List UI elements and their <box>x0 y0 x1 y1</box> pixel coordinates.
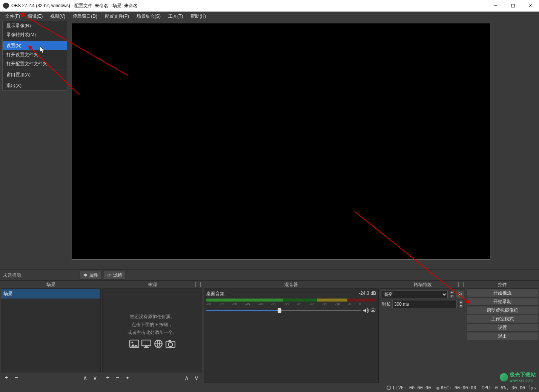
mixer-track: 桌面音频 -24.3 dB -60-55-50-45-40-35-30-25-2… <box>204 289 378 316</box>
start-record-button[interactable]: 开始录制 <box>467 297 538 306</box>
file-menu-exit[interactable]: 退出(X) <box>3 81 67 90</box>
mixer-header: 混音器 <box>284 282 298 288</box>
duration-input[interactable] <box>392 300 457 308</box>
preview-canvas[interactable] <box>72 23 490 260</box>
file-menu-open-profile-folder[interactable]: 打开配置文件文件夹 <box>3 59 67 68</box>
cursor-icon <box>40 46 45 54</box>
popout-icon[interactable] <box>372 282 377 287</box>
exit-button[interactable]: 退出 <box>467 332 538 340</box>
transitions-header: 转场特效 <box>414 282 432 288</box>
file-menu-always-on-top[interactable]: 窗口置顶(A) <box>3 70 67 79</box>
transition-settings-button[interactable] <box>456 291 464 298</box>
duration-label: 时长 <box>382 301 391 308</box>
title-bar: OBS 27.2.4 (32-bit, windows) - 配置文件: 未命名… <box>0 0 539 12</box>
image-icon <box>129 340 139 348</box>
controls-header: 控件 <box>498 282 507 288</box>
file-menu-remux[interactable]: 录像转封装(M) <box>3 30 67 39</box>
window-title: OBS 27.2.4 (32-bit, windows) - 配置文件: 未命名… <box>11 3 487 9</box>
properties-button[interactable]: 属性 <box>80 271 101 280</box>
source-properties-button[interactable] <box>124 374 131 381</box>
menu-file[interactable]: 文件(F) <box>2 12 24 20</box>
start-stream-button[interactable]: 开始推流 <box>467 289 538 297</box>
mixer-track-db: -24.3 dB <box>359 291 376 297</box>
properties-label: 属性 <box>89 272 98 279</box>
mixer-track-name: 桌面音频 <box>206 291 224 297</box>
source-toolbar: 未选择源 属性 滤镜 <box>0 270 539 281</box>
menu-bar: 文件(F) 编辑(E) 视图(V) 停靠窗口(D) 配置文件(P) 场景集合(S… <box>0 12 539 21</box>
transition-select[interactable]: 渐变 <box>382 291 448 298</box>
rec-indicator-icon <box>436 387 439 390</box>
speaker-icon[interactable] <box>362 308 369 314</box>
menu-tools[interactable]: 工具(T) <box>164 12 187 20</box>
duration-spin[interactable]: ▲▼ <box>458 300 464 308</box>
file-menu-open-settings-folder[interactable]: 打开设置文件夹 <box>3 50 67 59</box>
status-rec: REC: 00:00:00 <box>436 386 476 390</box>
svg-point-15 <box>372 310 374 311</box>
remove-scene-button[interactable]: − <box>13 374 20 381</box>
menu-profile[interactable]: 配置文件(P) <box>101 12 133 20</box>
svg-rect-8 <box>142 340 151 346</box>
move-scene-up-button[interactable]: ∧ <box>82 374 89 381</box>
sources-empty-l1: 您还没有添加任何源。 <box>130 314 175 320</box>
svg-rect-13 <box>168 340 171 341</box>
gear-icon[interactable] <box>370 308 376 314</box>
scenes-list[interactable]: 场景 <box>1 289 101 372</box>
popout-icon[interactable] <box>195 282 201 287</box>
settings-button[interactable]: 设置 <box>467 323 538 332</box>
minimize-button[interactable] <box>487 0 504 11</box>
volume-slider[interactable] <box>206 307 376 314</box>
close-button[interactable] <box>522 0 539 11</box>
sources-empty-l2: 点击下面的 + 按钮， <box>132 322 173 328</box>
svg-rect-10 <box>144 347 149 348</box>
remove-source-button[interactable]: − <box>114 374 121 381</box>
svg-point-7 <box>131 341 133 343</box>
meter-ticks: -60-55-50-45-40-35-30-25-20-15-10-50 <box>206 302 376 306</box>
menu-separator <box>3 69 67 69</box>
svg-point-14 <box>168 342 172 346</box>
file-dropdown: 显示录像(R) 录像转封装(M) 设置(S) 打开设置文件夹 打开配置文件文件夹… <box>2 21 67 90</box>
move-source-down-button[interactable]: ∨ <box>193 374 200 381</box>
popout-icon[interactable] <box>94 282 99 287</box>
sources-empty-l3: 或者右击此处添加一个。 <box>127 329 177 336</box>
file-menu-show-recordings[interactable]: 显示录像(R) <box>3 21 67 30</box>
no-source-label: 未选择源 <box>0 272 24 279</box>
transition-spin[interactable]: ▲▼ <box>449 290 455 299</box>
controls-panel: 控件 开始推流 开始录制 启动虚拟摄像机 工作室模式 设置 退出 <box>467 281 538 383</box>
mixer-panel: 混音器 桌面音频 -24.3 dB -60-55-50-45-40-35-30-… <box>204 281 379 383</box>
sources-panel: 来源 您还没有添加任何源。 点击下面的 + 按钮， 或者右击此处添加一个。 + … <box>102 281 202 383</box>
menu-scene-collection[interactable]: 场景集合(S) <box>133 12 164 20</box>
status-bar: LIVE: 00:00:00 REC: 00:00:00 CPU: 0.6%, … <box>0 383 539 392</box>
globe-icon <box>154 340 163 348</box>
start-vcam-button[interactable]: 启动虚拟摄像机 <box>467 306 538 314</box>
status-cpu: CPU: 0.6%, 30.00 fps <box>482 386 536 390</box>
menu-dock[interactable]: 停靠窗口(D) <box>69 12 101 20</box>
popout-icon[interactable] <box>458 282 464 287</box>
add-source-button[interactable]: + <box>104 374 111 381</box>
svg-rect-1 <box>511 4 514 7</box>
scenes-header: 场景 <box>46 282 55 288</box>
filters-button[interactable]: 滤镜 <box>104 271 126 280</box>
file-menu-settings[interactable]: 设置(S) <box>3 41 67 50</box>
add-scene-button[interactable]: + <box>3 374 10 381</box>
preview-row: 显示录像(R) 录像转封装(M) 设置(S) 打开设置文件夹 打开配置文件文件夹… <box>0 21 539 270</box>
maximize-button[interactable] <box>504 0 522 11</box>
camera-icon <box>166 340 175 348</box>
transitions-panel: 转场特效 渐变 ▲▼ 时长 ▲▼ <box>380 281 465 383</box>
studio-mode-button[interactable]: 工作室模式 <box>467 315 538 323</box>
scene-item[interactable]: 场景 <box>1 289 100 299</box>
move-scene-down-button[interactable]: ∨ <box>92 374 98 381</box>
filters-label: 滤镜 <box>113 272 122 279</box>
menu-help[interactable]: 帮助(H) <box>187 12 210 20</box>
sources-header: 来源 <box>148 282 157 288</box>
svg-point-16 <box>459 294 461 295</box>
source-type-icons <box>129 340 175 348</box>
menu-edit[interactable]: 编辑(E) <box>24 12 46 20</box>
sources-list[interactable]: 您还没有添加任何源。 点击下面的 + 按钮， 或者右击此处添加一个。 <box>102 289 202 372</box>
menu-view[interactable]: 视图(V) <box>46 12 69 20</box>
mixer-body: 桌面音频 -24.3 dB -60-55-50-45-40-35-30-25-2… <box>204 289 379 383</box>
move-source-up-button[interactable]: ∧ <box>183 374 190 381</box>
scenes-panel: 场景 场景 + − ∧ ∨ <box>1 281 101 383</box>
app-body: 文件(F) 编辑(E) 视图(V) 停靠窗口(D) 配置文件(P) 场景集合(S… <box>0 12 539 392</box>
svg-rect-9 <box>145 346 147 347</box>
dock-panels: 场景 场景 + − ∧ ∨ 来源 您还没有添加任何源。 点击下面的 + 按钮， … <box>0 281 539 383</box>
